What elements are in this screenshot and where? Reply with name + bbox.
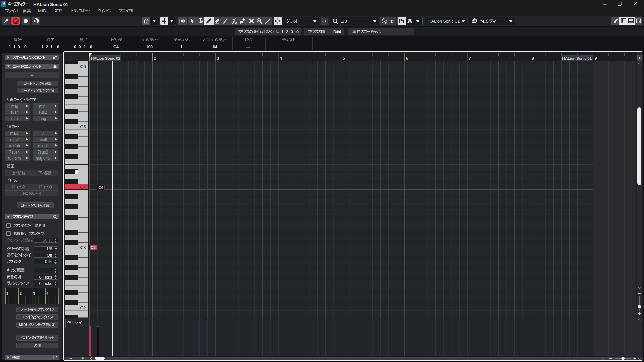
svg-text:S: S [14,19,17,24]
